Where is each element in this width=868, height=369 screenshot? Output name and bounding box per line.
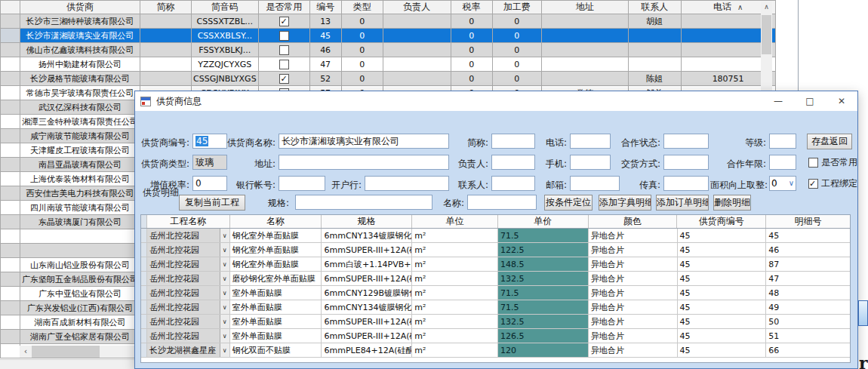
- row-header[interactable]: [141, 272, 147, 285]
- detail-row[interactable]: 岳州北控花园∨钢化室外单面贴膜6mmCNY134镀膜钢化m²71.5异地合片45…: [141, 229, 850, 243]
- supplier-row[interactable]: 长沙市三湘特种玻璃有限公司CSSSXTZBL...✓13000胡姐: [1, 14, 776, 29]
- column-header[interactable]: 编号: [309, 1, 341, 14]
- abbr-input[interactable]: [491, 134, 535, 149]
- vertical-scroll-thumb[interactable]: [762, 15, 771, 54]
- row-header[interactable]: [1, 315, 20, 330]
- address-input[interactable]: [279, 155, 449, 170]
- minimize-button[interactable]: —: [762, 91, 794, 111]
- area-round-up-select[interactable]: ∨ 0: [769, 176, 796, 191]
- dropdown-icon[interactable]: ∨: [220, 229, 229, 242]
- email-input[interactable]: [570, 176, 620, 191]
- save-return-button[interactable]: 存盘返回: [807, 134, 852, 149]
- fax-input[interactable]: [663, 176, 709, 191]
- column-header[interactable]: 税率: [451, 1, 492, 14]
- row-header[interactable]: [1, 344, 20, 358]
- detail-row[interactable]: 岳州北控花园∨室外单面贴膜6mmSUPER-III+12A(硅...m²126.…: [141, 329, 850, 343]
- phone-input[interactable]: [570, 134, 611, 149]
- column-header[interactable]: 地址: [541, 1, 628, 14]
- column-header[interactable]: 是否常用: [258, 1, 309, 14]
- dropdown-icon[interactable]: ∨: [220, 243, 229, 257]
- common-use-checkbox[interactable]: [279, 31, 289, 41]
- detail-row[interactable]: 岳州北控花园∨钢化室外单面贴膜6mmSUPER-III+12A(硅...m²12…: [141, 243, 850, 257]
- row-header[interactable]: [1, 143, 20, 158]
- column-header[interactable]: 简称: [140, 1, 192, 14]
- contact-input[interactable]: [491, 176, 535, 191]
- row-header[interactable]: [1, 244, 20, 258]
- row-header[interactable]: [1, 29, 20, 43]
- spec-filter-input[interactable]: [295, 195, 432, 210]
- detail-column-header[interactable]: 颜色: [589, 215, 678, 228]
- dropdown-icon[interactable]: ∨: [220, 272, 229, 285]
- row-header[interactable]: [141, 315, 147, 328]
- row-header[interactable]: [141, 257, 147, 271]
- detail-row[interactable]: 岳州北控花园∨室外单面贴膜6mmSUPER-III+12A(硅...m²132.…: [141, 315, 850, 329]
- detail-column-header[interactable]: 明细号: [766, 215, 850, 228]
- detail-row[interactable]: 岳州北控花园∨磨砂钢化室外单面贴膜6mmSUPER-III+12A(硅...m²…: [141, 272, 850, 286]
- coop-status-input[interactable]: [663, 134, 709, 149]
- row-header[interactable]: [1, 172, 20, 186]
- column-header[interactable]: 类型: [341, 1, 383, 14]
- supplier-type-input[interactable]: 玻璃: [192, 155, 227, 170]
- supplier-row[interactable]: 长沙市潇湘玻璃实业有限公司CSSXXBLSY...45000: [1, 29, 776, 43]
- row-header[interactable]: [141, 343, 147, 357]
- project-bind-checkbox-group[interactable]: ✓ 工程绑定: [808, 176, 857, 191]
- row-header[interactable]: [1, 287, 20, 301]
- row-header[interactable]: [1, 186, 20, 201]
- detail-row[interactable]: 长沙龙湖祺鑫星座∨钢化双面不贴膜6mmPLE84+12A(硅酮胶...m²120…: [141, 343, 850, 358]
- detail-column-header[interactable]: 工程名称: [147, 215, 230, 228]
- column-header[interactable]: 供货商: [20, 1, 140, 14]
- row-header[interactable]: [1, 258, 20, 272]
- row-header[interactable]: [1, 57, 20, 72]
- column-header[interactable]: 简音码: [192, 1, 259, 14]
- supplier-row[interactable]: 扬州中勤建材有限公司YZZQJCYXGS47000: [1, 57, 776, 72]
- dropdown-icon[interactable]: ∨: [220, 257, 229, 271]
- detail-row[interactable]: 岳州北控花园∨室外单面贴膜6mmCNY129B镀膜钢化m²71.5异地合片454…: [141, 286, 850, 300]
- row-header[interactable]: [141, 300, 147, 314]
- mobile-input[interactable]: [570, 155, 611, 170]
- coop-years-input[interactable]: [769, 155, 796, 170]
- bank-account-input[interactable]: [279, 176, 325, 191]
- row-header[interactable]: [1, 100, 20, 115]
- name-filter-input[interactable]: [467, 195, 537, 210]
- row-header[interactable]: [1, 43, 20, 57]
- detail-column-header[interactable]: 名称: [230, 215, 322, 228]
- row-header[interactable]: [141, 329, 147, 343]
- row-header[interactable]: [1, 330, 20, 344]
- maximize-button[interactable]: □: [794, 91, 826, 111]
- supplier-name-input[interactable]: 长沙市潇湘玻璃实业有限公司: [279, 134, 449, 149]
- locate-by-condition-button[interactable]: 按条件定位: [544, 195, 593, 211]
- detail-column-header[interactable]: 单价: [498, 215, 589, 228]
- detail-row[interactable]: 岳州北控花园∨室外单面贴膜6mmCNY134镀膜钢化m²71.5异地合片4549: [141, 300, 850, 315]
- grade-input[interactable]: [769, 134, 796, 149]
- add-dict-detail-button[interactable]: 添加字典明细: [599, 195, 651, 211]
- detail-column-header[interactable]: 单位: [412, 215, 498, 228]
- manager-input[interactable]: [491, 155, 535, 170]
- scroll-up-icon[interactable]: ∧: [737, 3, 743, 11]
- delete-detail-button[interactable]: 删除明细: [713, 195, 751, 211]
- row-header[interactable]: [1, 301, 20, 315]
- row-header[interactable]: [141, 286, 147, 300]
- common-use-checkbox-group[interactable]: 是否常用: [808, 155, 857, 170]
- dropdown-icon[interactable]: ∨: [220, 343, 229, 357]
- dialog-titlebar[interactable]: 供货商信息 — □ ✕: [135, 91, 857, 111]
- copy-current-project-button[interactable]: 复制当前工程: [179, 195, 245, 211]
- row-header[interactable]: [141, 229, 147, 242]
- vat-rate-input[interactable]: 0: [192, 176, 227, 191]
- common-use-checkbox[interactable]: ✓: [279, 74, 289, 84]
- dropdown-icon[interactable]: ∨: [220, 286, 229, 300]
- close-button[interactable]: ✕: [826, 91, 857, 111]
- common-use-checkbox[interactable]: [279, 45, 289, 55]
- scroll-left-icon[interactable]: ‹: [20, 346, 32, 358]
- row-header[interactable]: [1, 201, 20, 215]
- common-use-checkbox[interactable]: [279, 60, 289, 69]
- detail-row[interactable]: 岳州北控花园∨钢化室外单面贴膜6mm白玻+1.14PVB+6mm...m²148…: [141, 257, 850, 272]
- dropdown-icon[interactable]: ∨: [220, 300, 229, 314]
- scroll-up-icon[interactable]: ∧: [761, 2, 772, 13]
- row-header[interactable]: [1, 272, 20, 287]
- add-order-detail-button[interactable]: 添加订单明细: [656, 195, 709, 211]
- row-header[interactable]: [141, 243, 147, 257]
- row-header[interactable]: [1, 14, 20, 29]
- common-use-checkbox[interactable]: ✓: [279, 17, 289, 26]
- dropdown-icon[interactable]: ∨: [220, 315, 229, 328]
- project-bind-checkbox[interactable]: ✓: [808, 179, 818, 189]
